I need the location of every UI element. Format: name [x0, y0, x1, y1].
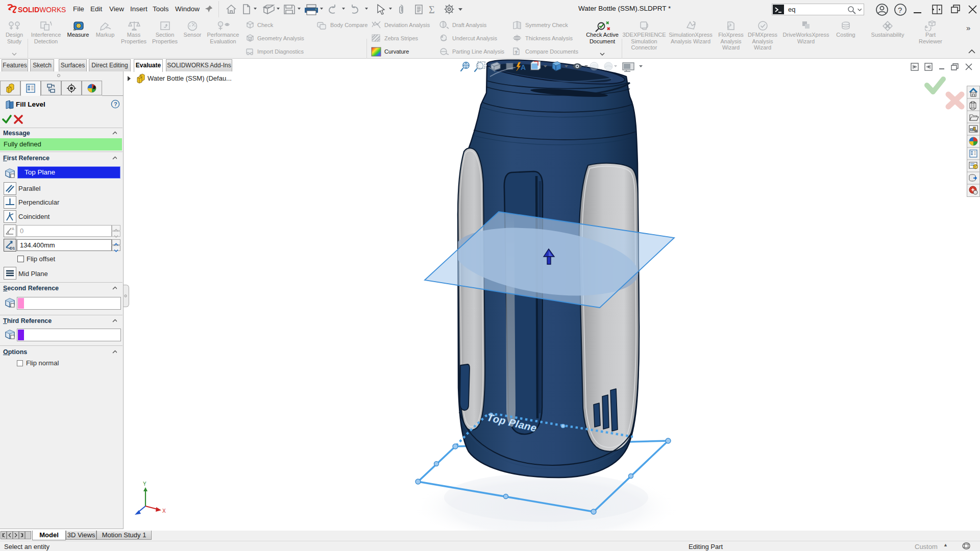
svg-text:A: A: [12, 227, 14, 231]
svg-text:Y: Y: [143, 481, 146, 487]
svg-text:?: ?: [515, 50, 518, 55]
svg-text:SOLIDWORKS: SOLIDWORKS: [18, 6, 66, 14]
svg-text:D1: D1: [10, 246, 15, 251]
svg-text:?: ?: [898, 6, 902, 14]
svg-text:?: ?: [114, 101, 117, 107]
svg-text:A: A: [521, 63, 526, 71]
svg-text:X: X: [162, 508, 166, 514]
svg-text:Σ: Σ: [429, 4, 435, 15]
